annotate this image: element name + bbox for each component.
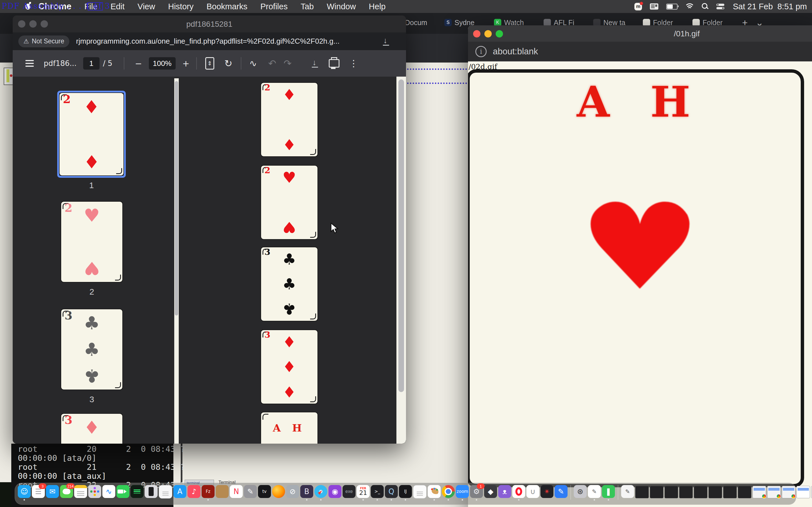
image-window-titlebar[interactable]: /01h.gif xyxy=(468,25,812,42)
dock-minimized-min-terminal-6-icon[interactable] xyxy=(709,486,722,498)
battery-icon[interactable] xyxy=(666,4,677,10)
undo-button[interactable]: ↶ xyxy=(268,58,276,69)
dock-calendar-icon[interactable]: FEB21 xyxy=(357,485,370,498)
download-pdf-button[interactable] xyxy=(311,60,319,67)
zoom-out-button[interactable]: − xyxy=(135,59,142,68)
dock-document-2-icon[interactable] xyxy=(413,485,426,499)
dock-minimized-min-terminal-4-icon[interactable] xyxy=(679,486,693,498)
dock-dev-box-icon[interactable] xyxy=(131,485,144,498)
page-number-input[interactable]: 1 xyxy=(83,57,100,69)
dock-safari-icon[interactable] xyxy=(314,485,327,498)
dock-zoom-icon[interactable]: zoom xyxy=(456,485,469,498)
dock-messages-icon[interactable]: 214 xyxy=(60,485,73,498)
rotate-button[interactable]: ↻ xyxy=(224,58,233,69)
dock-podcasts-icon[interactable]: ◉ xyxy=(328,485,342,498)
minimize-button[interactable] xyxy=(485,30,492,38)
dock-cat-app-icon[interactable]: ᴥ xyxy=(498,485,511,498)
menu-item-tab[interactable]: Tab xyxy=(301,2,314,11)
dock-launchpad-icon[interactable] xyxy=(88,485,101,498)
dock-app-store-icon[interactable]: A xyxy=(173,485,186,498)
url-input[interactable]: about:blank xyxy=(493,47,538,57)
dock-opera-icon[interactable] xyxy=(512,485,525,498)
dock-minimized-min-chrome-1-icon[interactable] xyxy=(753,486,766,498)
wifi-icon[interactable] xyxy=(686,3,694,10)
dock-gimp-icon[interactable]: ✎ xyxy=(244,485,257,498)
control-center-icon[interactable] xyxy=(716,4,725,9)
pdf-page-3[interactable]: 3♣♣♣ xyxy=(261,247,317,321)
zoom-button[interactable] xyxy=(496,30,503,38)
pdf-titlebar[interactable]: pdf18615281 xyxy=(13,15,406,33)
dock-bbedit-icon[interactable]: B xyxy=(300,485,313,498)
dock-minimized-min-terminal-1-icon[interactable] xyxy=(635,486,649,498)
dock-notes-icon[interactable] xyxy=(74,485,87,498)
menu-item-profiles[interactable]: Profiles xyxy=(260,2,288,11)
dock-tooth-app-icon[interactable]: ∪ xyxy=(526,485,539,498)
zoom-level-input[interactable]: 100% xyxy=(149,57,175,69)
menu-icon[interactable] xyxy=(26,60,34,67)
dock-minimized-min-white-icon[interactable] xyxy=(797,486,810,498)
menu-item-bookmarks[interactable]: Bookmarks xyxy=(206,2,247,11)
dock-reminders-icon[interactable]: ☰3 xyxy=(32,485,45,498)
dock-pen-app-icon[interactable]: ✎ xyxy=(555,485,567,498)
redo-button[interactable]: ↷ xyxy=(284,58,292,69)
dock-leather-app-icon[interactable] xyxy=(216,485,229,498)
dock-paint-palette-icon[interactable] xyxy=(428,485,441,498)
dock-exec-box-icon[interactable]: exe xyxy=(343,485,356,498)
dock-minimized-min-terminal-2-icon[interactable] xyxy=(650,486,663,498)
dock-intellij-icon[interactable]: IJ xyxy=(399,485,412,498)
dock-firefox-icon[interactable] xyxy=(272,485,285,498)
user-app-icon[interactable]: m xyxy=(635,3,642,10)
annotate-button[interactable]: ∿ xyxy=(249,58,257,69)
dock-finder-icon[interactable]: ☺ xyxy=(18,485,31,498)
dock-music-icon[interactable]: ♪ xyxy=(188,485,200,498)
dock-mail-icon[interactable]: ✉ xyxy=(46,485,59,498)
input-source-icon[interactable] xyxy=(650,3,658,10)
pdf-page-5[interactable]: A H♥ xyxy=(261,412,317,444)
dock-doc-file-icon[interactable]: ✎ xyxy=(621,485,634,498)
menu-item-help[interactable]: Help xyxy=(369,2,386,11)
dock-textedit-icon[interactable]: ✎ xyxy=(588,485,601,498)
pdf-page-1[interactable]: 2♦♦ xyxy=(261,83,317,156)
dock-iphone-mirroring-icon[interactable] xyxy=(145,485,158,498)
dock-wave-app-icon[interactable]: ∿ xyxy=(102,485,115,498)
menu-item-edit[interactable]: Edit xyxy=(110,2,124,11)
dock-green-app-icon[interactable]: ❚ xyxy=(602,485,615,498)
dock-inkscape-icon[interactable]: ◆ xyxy=(484,485,497,498)
dock-facetime-icon[interactable] xyxy=(116,485,130,498)
dock-filezilla-icon[interactable]: Fz xyxy=(202,485,214,498)
spotlight-search-icon[interactable] xyxy=(702,3,709,10)
dock-document-icon[interactable] xyxy=(159,485,172,499)
dock-minimized-min-terminal-3-icon[interactable] xyxy=(665,486,678,498)
url-input[interactable]: rjmprogramming.com.au/one_line_find.php?… xyxy=(76,37,380,46)
dock-blocked-app-icon[interactable]: ⊘ xyxy=(286,485,299,498)
info-icon[interactable]: i xyxy=(475,46,487,57)
dock-minimized-min-chrome-2-icon[interactable] xyxy=(767,486,781,498)
fit-page-button[interactable]: ⇕ xyxy=(205,57,214,69)
running-indicator-dot xyxy=(608,499,609,501)
menu-bar-clock[interactable]: Sat 21 Feb 8:51 pm xyxy=(733,2,807,11)
dock-minimized-min-chrome-3-icon[interactable] xyxy=(782,486,795,498)
dock-system-settings-icon[interactable]: ⚙1 xyxy=(470,485,483,498)
dock-minimized-min-terminal-8-icon[interactable] xyxy=(738,486,751,498)
main-scrollbar-thumb[interactable] xyxy=(398,79,404,392)
dock-minimized-min-terminal-5-icon[interactable] xyxy=(694,486,707,498)
dock-minimized-min-terminal-7-icon[interactable] xyxy=(723,486,737,498)
menu-item-window[interactable]: Window xyxy=(327,2,356,11)
dock-utility-app-icon[interactable]: ⊛ xyxy=(574,485,587,498)
dock-terminal-icon[interactable]: >_ xyxy=(371,485,384,498)
dock-chrome-icon[interactable] xyxy=(442,485,455,498)
download-page-icon[interactable] xyxy=(382,38,390,45)
close-button[interactable] xyxy=(473,30,480,38)
zoom-in-button[interactable]: + xyxy=(183,59,190,68)
dock-apple-tv-icon[interactable]: tv xyxy=(258,485,271,498)
pdf-page-4[interactable]: 3♦♦♦ xyxy=(261,330,317,404)
not-secure-chip[interactable]: ⚠ Not Secure xyxy=(18,36,69,47)
more-options-icon[interactable]: ⋮ xyxy=(349,58,358,69)
dock-compass-app-icon[interactable]: ✴ xyxy=(541,485,553,498)
menu-item-history[interactable]: History xyxy=(168,2,193,11)
print-button[interactable] xyxy=(329,59,340,68)
dock-quicktime-icon[interactable]: Q xyxy=(385,485,398,498)
menu-item-view[interactable]: View xyxy=(138,2,155,11)
pdf-page-2[interactable]: 2♥♥ xyxy=(261,166,317,239)
dock-news-icon[interactable]: N xyxy=(230,485,243,498)
